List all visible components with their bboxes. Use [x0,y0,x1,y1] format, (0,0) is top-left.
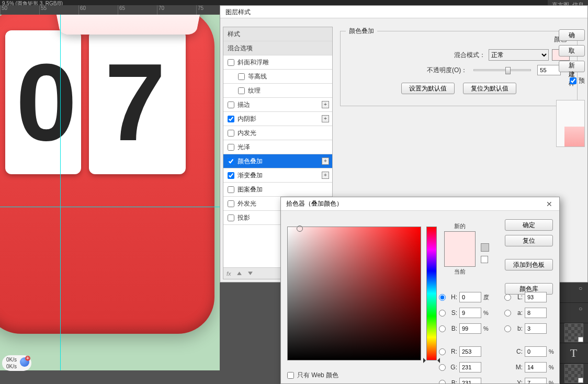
effect-checkbox[interactable] [228,158,234,165]
blend-mode-select[interactable]: 正常 [489,49,549,61]
cancel-button[interactable]: 取 [559,45,585,57]
color-picker-title: 拾色器（叠加颜色） [286,199,343,208]
effect-颜色叠加[interactable]: 颜色叠加+ [223,154,332,168]
saturation-value-field[interactable] [287,227,421,360]
add-effect-icon[interactable]: + [322,101,329,108]
icon-artwork: 0 7 [0,15,214,334]
effect-checkbox[interactable] [238,73,245,80]
add-effect-icon[interactable]: + [322,115,329,122]
type-layer-icon[interactable]: T [559,343,588,364]
add-effect-icon[interactable]: + [322,172,329,179]
y-input[interactable] [525,378,547,384]
effect-描边[interactable]: 描边+ [223,98,332,112]
list-header-blend[interactable]: 混合选项 [223,41,332,55]
opacity-label: 不透明度(O)： [427,66,467,75]
add-effect-icon[interactable]: + [322,157,329,165]
bl-input[interactable] [525,323,547,334]
effect-内阴影[interactable]: 内阴影+ [223,112,332,126]
picker-reset-button[interactable]: 复位 [505,235,553,246]
a-input[interactable] [525,308,547,318]
dialog-title[interactable]: 图层样式 [220,6,587,18]
netspeed-widget[interactable]: 0K/s 0K/s [2,355,31,371]
effect-纹理[interactable]: 纹理 [223,84,332,98]
effect-checkbox[interactable] [228,59,234,66]
speed-line: 0K/s [6,356,17,363]
effect-checkbox[interactable] [228,186,234,193]
panel-row[interactable]: ○ [559,303,588,323]
l-input[interactable] [525,292,547,302]
color-preview-swatch[interactable] [444,231,476,267]
effect-label: 光泽 [238,143,250,152]
sv-marker[interactable] [297,225,303,232]
effect-内发光[interactable]: 内发光 [223,126,332,140]
c-input[interactable] [525,346,547,357]
s-input[interactable] [459,308,481,318]
effect-label: 渐变叠加 [238,171,263,180]
hue-slider[interactable] [426,227,437,360]
effect-checkbox[interactable] [228,101,234,108]
opacity-slider[interactable] [473,69,531,71]
blend-mode-label: 混合模式： [454,51,485,60]
close-icon[interactable]: ✕ [545,199,554,209]
guide-vertical[interactable] [60,15,61,370]
new-style-button[interactable]: 新建样 [559,61,585,72]
mode-bl-radio[interactable] [504,325,511,332]
m-input[interactable] [525,362,547,372]
effect-checkbox[interactable] [228,116,234,122]
effect-label: 等高线 [248,72,267,81]
layer-thumb[interactable] [559,323,588,344]
canvas-area[interactable]: 0 7 [0,15,220,370]
websafe-warning-icon[interactable] [481,256,488,263]
add-swatch-button[interactable]: 添加到色板 [505,259,553,270]
effect-label: 投影 [238,213,250,222]
mode-s-radio[interactable] [439,310,446,317]
ruler-tick: 60 [78,5,118,15]
effect-光泽[interactable]: 光泽 [223,140,332,154]
effect-checkbox[interactable] [238,87,245,94]
panel-row[interactable]: ○ [559,283,588,303]
bv-input[interactable] [459,323,481,334]
g-input[interactable] [459,362,481,372]
ruler-tick: 70 [157,5,196,15]
effect-斜面和浮雕[interactable]: 斜面和浮雕 [223,55,332,70]
effect-图案叠加[interactable]: 图案叠加 [223,183,332,197]
preview-checkbox[interactable]: 预 [570,76,585,85]
gamut-warning-icon[interactable] [481,243,489,252]
flip-card-left: 0 [5,30,81,174]
r-input[interactable] [459,346,481,357]
web-colors-checkbox[interactable]: 只有 Web 颜色 [287,371,338,380]
mode-a-radio[interactable] [504,310,511,317]
effect-checkbox[interactable] [228,200,234,207]
effect-等高线[interactable]: 等高线 [223,70,332,84]
effect-checkbox[interactable] [228,144,234,151]
arrow-down-icon[interactable] [247,270,253,276]
mode-r-radio[interactable] [439,348,446,355]
effect-checkbox[interactable] [228,214,234,221]
effect-label: 外发光 [238,199,256,208]
effect-label: 内发光 [238,129,256,138]
set-default-button[interactable]: 设置为默认值 [401,83,455,94]
fx-icon[interactable]: fx [227,270,231,277]
mode-b-radio[interactable] [439,325,446,332]
mode-bc-radio[interactable] [439,380,446,385]
effect-checkbox[interactable] [228,172,234,179]
layer-thumb[interactable] [559,364,588,384]
effect-checkbox[interactable] [228,130,234,137]
picker-ok-button[interactable]: 确定 [505,219,553,231]
mode-l-radio[interactable] [504,294,511,301]
mode-g-radio[interactable] [439,364,446,371]
effect-渐变叠加[interactable]: 渐变叠加+ [223,168,332,183]
layers-panel-peek: ○ ○ T [559,283,588,384]
ok-button[interactable]: 确 [559,29,585,41]
h-input[interactable] [459,292,481,302]
bc-input[interactable] [459,378,481,384]
guide-horizontal[interactable] [0,207,220,207]
reset-default-button[interactable]: 复位为默认值 [463,83,516,94]
document-title: 9.5% (圆角矩形 3, RGB/8) [0,0,63,5]
list-header-styles[interactable]: 样式 [223,27,332,41]
ruler-tick: 65 [118,5,157,15]
mode-h-radio[interactable] [439,294,446,301]
color-picker-dialog: 拾色器（叠加颜色） ✕ 新的 当前 确定 复位 添加到色板 颜色库 [280,197,560,384]
speed-line: 0K/s [6,363,17,370]
arrow-up-icon[interactable] [236,270,242,276]
